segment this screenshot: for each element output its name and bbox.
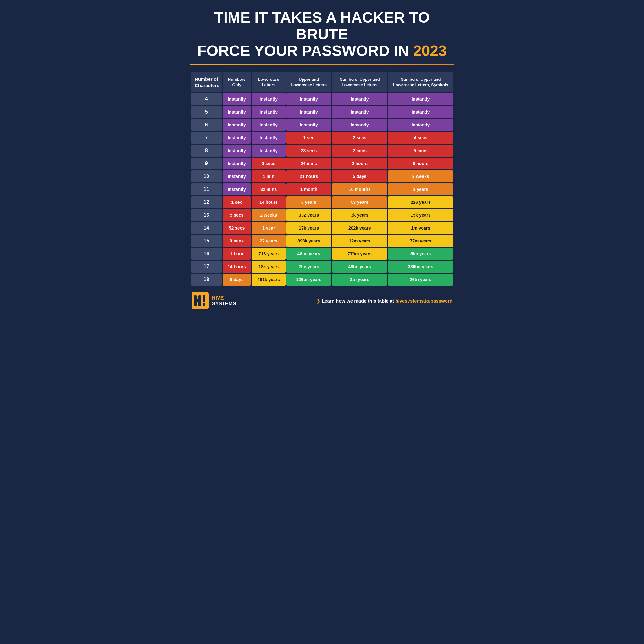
- table-row: 9Instantly3 secs24 mins2 hours6 hours: [191, 158, 453, 169]
- table-cell: 10 months: [332, 183, 387, 195]
- table-cell: 26tn years: [388, 274, 453, 286]
- table-cell: Instantly: [252, 119, 285, 131]
- footer: HIVE SYSTEMS ❯ Learn how we made this ta…: [190, 292, 454, 309]
- svg-rect-3: [198, 295, 201, 306]
- table-cell: Instantly: [252, 145, 285, 157]
- row-num: 15: [191, 235, 222, 247]
- row-num: 6: [191, 119, 222, 131]
- table-cell: Instantly: [223, 132, 251, 144]
- table-cell: Instantly: [223, 170, 251, 182]
- table-cell: 3 years: [388, 183, 453, 195]
- table-cell: Instantly: [332, 93, 387, 105]
- table-cell: Instantly: [223, 93, 251, 105]
- table-cell: 481k years: [252, 274, 285, 286]
- logo-text: HIVE SYSTEMS: [212, 295, 236, 306]
- table-cell: 17k years: [286, 222, 331, 234]
- main-container: TIME IT TAKES A HACKER TO BRUTE FORCE YO…: [180, 0, 464, 316]
- table-cell: 6 hours: [388, 158, 453, 169]
- table-cell: Instantly: [223, 158, 251, 169]
- row-num: 11: [191, 183, 222, 195]
- table-cell: 32 mins: [252, 183, 285, 195]
- password-table: Number of Characters Numbers Only Lowerc…: [190, 71, 454, 286]
- row-num: 18: [191, 274, 222, 286]
- table-row: 11Instantly32 mins1 month10 months3 year…: [191, 183, 453, 195]
- table-cell: 226 years: [388, 196, 453, 208]
- table-cell: 27 years: [252, 235, 285, 247]
- table-row: 10Instantly1 min21 hours5 days2 weeks: [191, 170, 453, 182]
- row-num: 7: [191, 132, 222, 144]
- table-cell: Instantly: [252, 93, 285, 105]
- row-num: 4: [191, 93, 222, 105]
- table-row: 8InstantlyInstantly28 secs2 mins5 mins: [191, 145, 453, 157]
- header-upper-lower: Upper and Lowercase Letters: [286, 72, 331, 92]
- logo-line1: HIVE: [212, 295, 236, 301]
- table-section: Number of Characters Numbers Only Lowerc…: [190, 71, 454, 286]
- table-cell: 2 hours: [332, 158, 387, 169]
- cta-arrow: ❯: [316, 298, 320, 303]
- table-cell: 380bn years: [388, 261, 453, 273]
- table-cell: Instantly: [223, 119, 251, 131]
- table-cell: Instantly: [332, 119, 387, 131]
- table-cell: 6 days: [223, 274, 251, 286]
- svg-rect-4: [203, 295, 205, 302]
- row-num: 13: [191, 209, 222, 221]
- table-cell: 1 min: [252, 170, 285, 182]
- table-cell: 3 secs: [252, 158, 285, 169]
- table-cell: 713 years: [252, 248, 285, 260]
- table-cell: 77m years: [388, 235, 453, 247]
- row-num: 5: [191, 106, 222, 118]
- table-cell: 4 secs: [388, 132, 453, 144]
- row-num: 17: [191, 261, 222, 273]
- table-cell: Instantly: [388, 119, 453, 131]
- cta-url[interactable]: hivesystems.io/password: [395, 298, 452, 303]
- table-row: 186 days481k years126bn years2tn years26…: [191, 274, 453, 286]
- table-cell: 2bn years: [286, 261, 331, 273]
- table-cell: Instantly: [332, 106, 387, 118]
- table-cell: 1 year: [252, 222, 285, 234]
- table-cell: Instantly: [223, 106, 251, 118]
- table-cell: 2tn years: [332, 274, 387, 286]
- page-title: TIME IT TAKES A HACKER TO BRUTE FORCE YO…: [190, 9, 454, 59]
- table-row: 1714 hours18k years2bn years48bn years38…: [191, 261, 453, 273]
- header-num-chars: Number of Characters: [191, 72, 222, 92]
- footer-cta[interactable]: ❯ Learn how we made this table at hivesy…: [316, 298, 452, 304]
- table-cell: 14 hours: [223, 261, 251, 273]
- header-num-upper-lower-sym: Numbers, Upper and Lowercase Letters, Sy…: [388, 72, 453, 92]
- row-num: 10: [191, 170, 222, 182]
- title-line2: FORCE YOUR PASSWORD IN 2023: [190, 43, 454, 59]
- table-cell: Instantly: [223, 183, 251, 195]
- table-cell: 5 days: [332, 170, 387, 182]
- table-cell: 5 mins: [388, 145, 453, 157]
- header-numbers-only: Numbers Only: [223, 72, 251, 92]
- table-cell: 46bn years: [286, 248, 331, 260]
- table-cell: 5 secs: [223, 209, 251, 221]
- table-cell: 3k years: [332, 209, 387, 221]
- table-cell: 48bn years: [332, 261, 387, 273]
- table-cell: 12m years: [332, 235, 387, 247]
- table-cell: 2 secs: [332, 132, 387, 144]
- table-cell: 9 mins: [223, 235, 251, 247]
- table-cell: 1m years: [388, 222, 453, 234]
- row-num: 16: [191, 248, 222, 260]
- hive-logo-icon: [192, 292, 209, 309]
- table-cell: 15k years: [388, 209, 453, 221]
- table-cell: 898k years: [286, 235, 331, 247]
- table-row: 6InstantlyInstantlyInstantlyInstantlyIns…: [191, 119, 453, 131]
- table-cell: 21 hours: [286, 170, 331, 182]
- table-row: 4InstantlyInstantlyInstantlyInstantlyIns…: [191, 93, 453, 105]
- table-cell: 14 hours: [252, 196, 285, 208]
- table-row: 159 mins27 years898k years12m years77m y…: [191, 235, 453, 247]
- table-cell: 2 weeks: [388, 170, 453, 182]
- row-num: 12: [191, 196, 222, 208]
- table-cell: Instantly: [286, 93, 331, 105]
- svg-rect-5: [203, 303, 205, 306]
- logo-line2: SYSTEMS: [212, 301, 236, 307]
- cta-text: Learn how we made this table at: [322, 298, 395, 303]
- table-header-row: Number of Characters Numbers Only Lowerc…: [191, 72, 453, 92]
- table-cell: 332 years: [286, 209, 331, 221]
- table-row: 121 sec14 hours6 years53 years226 years: [191, 196, 453, 208]
- table-cell: 2 weeks: [252, 209, 285, 221]
- row-num: 14: [191, 222, 222, 234]
- title-divider: [190, 64, 454, 65]
- table-cell: Instantly: [286, 106, 331, 118]
